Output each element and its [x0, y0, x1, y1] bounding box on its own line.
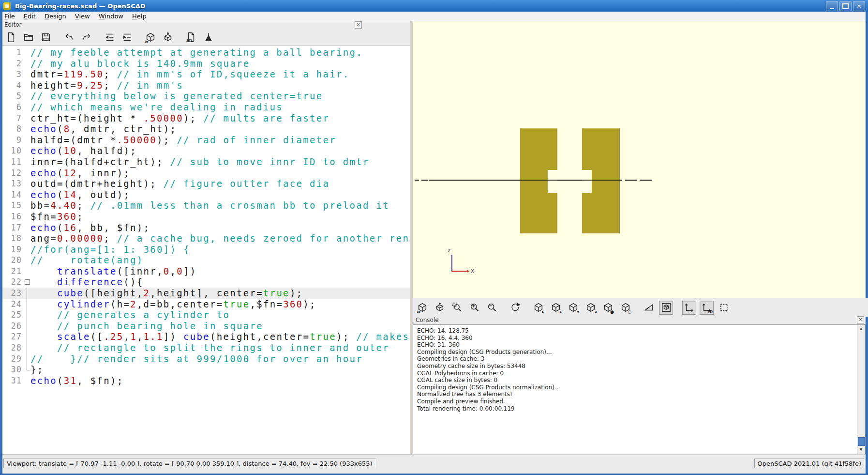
code-line[interactable]: 24 cylinder(h=2,d=bb,center=true,$fn=360… [2, 299, 410, 310]
menu-item-file[interactable]: File [0, 12, 19, 20]
code-line[interactable]: 6// which means we're dealing in radius [2, 102, 410, 113]
code-line[interactable]: 7ctr_ht=(height * .50000); // mults are … [2, 113, 410, 124]
titlebar[interactable]: Big-Bearing-races.scad — OpenSCAD × [0, 0, 868, 12]
view-left-button[interactable]: ◂ [584, 301, 598, 315]
code-text: // generates a cylinder to [30, 309, 230, 321]
open-button[interactable] [21, 31, 35, 45]
code-line[interactable]: 25 // generates a cylinder to [2, 309, 410, 321]
menu-item-help[interactable]: Help [128, 12, 151, 20]
preview-button[interactable]: » [143, 31, 157, 45]
code-line[interactable]: 29// }// render sits at 999/1000 for ove… [2, 353, 410, 365]
view-bottom-button[interactable]: ▾ [566, 301, 580, 315]
zoom-all-button[interactable] [450, 301, 464, 315]
line-number: 31 [2, 375, 24, 386]
orthogonal-button[interactable] [659, 301, 673, 315]
code-line[interactable]: 19//for(ang=[1: 1: 360]) { [2, 244, 410, 255]
save-button[interactable] [39, 31, 53, 45]
code-line[interactable]: 31echo(31, $fn); [2, 375, 410, 386]
line-number: 27 [2, 331, 24, 342]
console-panel[interactable]: ECHO: 14, 128.75ECHO: 16, 4.4, 360ECHO: … [413, 324, 866, 454]
code-line[interactable]: 14echo(14, outd); [2, 189, 410, 200]
code-text: // my alu block is 140.9mm square [30, 58, 250, 69]
perspective-button[interactable] [642, 301, 656, 315]
scroll-up-icon[interactable]: ▲ [857, 325, 865, 332]
code-line[interactable]: 3dmtr=119.50; // in mm's of ID,squeeze i… [2, 69, 410, 80]
code-line[interactable]: 8echo(8, dmtr, ctr_ht); [2, 123, 410, 135]
console-scrollbar[interactable]: ▲ ▼ [857, 325, 865, 454]
fold-column [24, 266, 30, 277]
view-back-button[interactable]: ○ [618, 301, 632, 315]
code-line[interactable]: 16$fn=360; [2, 211, 410, 222]
menu-item-window[interactable]: Window [94, 12, 128, 20]
fold-column [24, 69, 30, 80]
code-line[interactable]: 13outd=(dmtr+height); // figure outter f… [2, 178, 410, 189]
code-line[interactable]: 4height=9.25; // in mm's [2, 80, 410, 91]
view-right-button[interactable]: ▸ [531, 301, 545, 315]
unindent-button[interactable] [103, 31, 117, 45]
menu-item-edit[interactable]: Edit [19, 12, 40, 20]
redo-button[interactable] [79, 31, 93, 45]
code-line[interactable]: 30}; [2, 364, 410, 375]
maximize-button[interactable] [839, 1, 852, 11]
code-line[interactable]: 28 // rectangle to split the rings to in… [2, 342, 410, 353]
view-back-icon-badge: ○ [628, 310, 631, 314]
code-line[interactable]: 26 // punch bearing hole in square [2, 321, 410, 332]
code-line[interactable]: 17echo(16, bb, $fn); [2, 222, 410, 233]
export-stl-button[interactable]: STL [184, 31, 198, 45]
code-line[interactable]: 21 translate([innr,0,0]) [2, 266, 410, 277]
print-3d-button[interactable] [201, 31, 215, 45]
render-button[interactable] [433, 301, 447, 315]
code-line[interactable]: 23 cube([height,2,height], center=true); [2, 288, 410, 299]
view-top-icon-badge: ▴ [559, 310, 562, 314]
view-top-button[interactable]: ▴ [549, 301, 563, 315]
reset-view-button[interactable] [508, 301, 522, 315]
code-line[interactable]: 9halfd=(dmtr *.50000); // rad of inner d… [2, 135, 410, 146]
code-line[interactable]: 22− difference(){ [2, 276, 410, 288]
code-editor[interactable]: 1// my feeble attempt at generating a ba… [2, 45, 410, 454]
show-scale-button[interactable]: 10 [700, 301, 714, 315]
line-number: 29 [2, 353, 24, 365]
fold-marker[interactable]: − [24, 276, 30, 288]
close-button[interactable]: × [853, 1, 865, 11]
code-line[interactable]: 2// my alu block is 140.9mm square [2, 58, 410, 69]
scrollbar-thumb[interactable] [858, 437, 865, 446]
render-icon [163, 32, 173, 43]
code-text: innr=(halfd+ctr_ht); // sub to move innr… [30, 156, 370, 168]
fold-column [24, 123, 30, 135]
view-front-button[interactable]: ● [601, 301, 615, 315]
console-close-button[interactable]: × [857, 316, 864, 323]
3d-viewport[interactable]: z x [413, 21, 866, 298]
zoom-out-button[interactable]: − [485, 301, 499, 315]
scroll-down-icon[interactable]: ▼ [857, 446, 865, 453]
view-all-bbox-button[interactable] [717, 301, 731, 315]
code-line[interactable]: 10echo(10, halfd); [2, 145, 410, 156]
code-text: echo(12, innr); [30, 168, 130, 179]
view-all-bbox-icon [719, 302, 730, 313]
zoom-in-button[interactable]: + [467, 301, 481, 315]
render-button[interactable] [161, 31, 175, 45]
code-line[interactable]: 1// my feeble attempt at generating a ba… [2, 47, 410, 58]
code-line[interactable]: 15bb=4.40; // .01mm less than a crosman … [2, 200, 410, 211]
indent-button[interactable] [120, 31, 134, 45]
code-text: //for(ang=[1: 1: 360]) { [30, 244, 190, 255]
code-line[interactable]: 27 scale([.25,1,1.1]) cube(height,center… [2, 331, 410, 342]
code-line[interactable]: 12echo(12, innr); [2, 168, 410, 179]
perspective-icon [644, 302, 654, 313]
new-file-button[interactable] [4, 31, 18, 45]
code-line[interactable]: 5// everything below is generated center… [2, 91, 410, 102]
code-line[interactable]: 11innr=(halfd+ctr_ht); // sub to move in… [2, 156, 410, 168]
undo-button[interactable] [62, 31, 76, 45]
minimize-button[interactable] [826, 1, 838, 11]
menu-item-design[interactable]: Design [40, 12, 71, 20]
menu-item-view[interactable]: View [71, 12, 94, 20]
code-line[interactable]: 20// rotate(ang) [2, 255, 410, 266]
x-axis-arrow [467, 270, 469, 273]
line-number: 9 [2, 135, 24, 146]
reset-view-icon [510, 302, 521, 313]
code-line[interactable]: 18ang=0.00000; // a cache bug, needs zer… [2, 233, 410, 244]
line-number: 19 [2, 244, 24, 255]
editor-dock-close-button[interactable]: × [355, 21, 362, 29]
show-axes-button[interactable] [682, 301, 696, 315]
console-line: CGAL cache size in bytes: 0 [417, 377, 861, 384]
preview-button[interactable]: » [415, 301, 429, 315]
